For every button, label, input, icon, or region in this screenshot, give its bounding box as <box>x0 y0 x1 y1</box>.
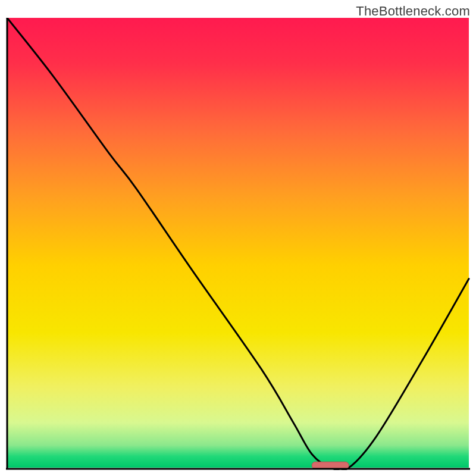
watermark-label: TheBottleneck.com <box>356 4 470 19</box>
bottleneck-plot <box>6 18 470 470</box>
chart-canvas: TheBottleneck.com <box>0 0 476 476</box>
optimal-zone-marker <box>312 462 349 469</box>
